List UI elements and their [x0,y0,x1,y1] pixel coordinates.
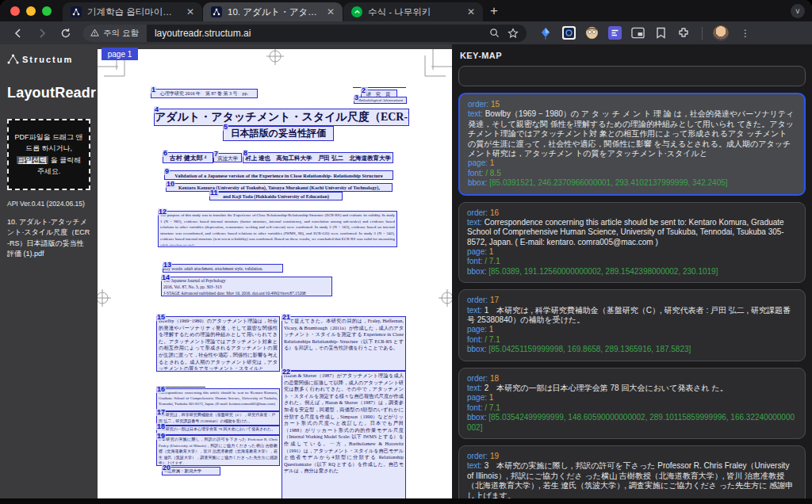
tab-title: 10. アダルト・アタッチメント・スタ [228,6,320,18]
dropzone-text: PDF파일을 드래그 앤 드롭 하시거나, [14,133,82,152]
ocr-box-5-subtitle[interactable]: 5日本語版の妥当性評価 1,2 [223,126,334,141]
security-warning-badge[interactable]: 주의 요함 [82,25,147,42]
tab-close-icon[interactable]: ✕ [185,6,196,17]
forward-icon[interactable] [33,24,52,43]
pdf-viewer: page 1 1心理学研究 2016 年 第 87 巻 第 3 号 pp. 30… [98,44,452,498]
brand-name: Structum [22,55,73,64]
window-bottom-edge [0,498,812,504]
keymap-title: KEY-MAP [460,51,806,60]
window-controls [0,0,63,21]
dark-square-extension-icon[interactable] [561,25,576,41]
picture-in-picture-icon[interactable] [630,25,645,41]
bookmark-star-icon[interactable] [508,28,519,39]
ocr-box-4-title[interactable]: 4アダルト・アタッチメント・スタイル尺度（ECR-RS） [154,109,409,126]
ocr-box-14-citation[interactable]: 14The Japanese Journal of Psychology 201… [161,277,332,296]
ocr-box-7[interactable]: 7筑波大学 [213,153,242,162]
ocr-box-12-abstract[interactable]: 12The purpose of this study was to trans… [158,211,397,247]
page-number-badge: page 1 [102,48,138,60]
ocr-box-9[interactable]: 9Validation of a Japanese version of the… [164,170,393,180]
structum-favicon-icon [211,6,222,17]
tab-2-active[interactable]: 10. アダルト・アタッチメント・スタ ✕ [203,2,343,21]
ocr-box-10[interactable]: 10Kentaro Komura (University of Tsukuba)… [166,183,393,192]
close-window-button[interactable] [10,6,20,16]
ocr-box-13-keywords[interactable]: 13Key words: adult attachment, attachmen… [163,264,283,273]
loaded-file-name: 10. アダルト·アタッチメント·スタイル尺度（ECR-RS）日本語版の妥当性評… [7,217,90,260]
pdf-page[interactable]: 1心理学研究 2016 年 第 87 巻 第 3 号 pp. 303−313 2… [98,49,452,498]
reload-icon[interactable] [56,24,75,43]
ocr-box-15[interactable]: 15Bowlby（1969−1980）のアタッチメント理論は，社会的発達やパーソ… [156,316,280,372]
tab-title: 기계학습 옵티마이저 성능 평가.pdf [87,6,179,18]
structum-favicon-icon [71,6,82,17]
browser-toolbar: 주의 요함 layoutreadr.structum.ai [0,21,812,44]
side-panel-bookmark-icon[interactable] [653,25,668,41]
ocr-box-22[interactable]: 22Hazan & Shaver（1987）がアタッチメント理論を成人の恋愛関係… [282,371,406,498]
warning-triangle-icon [90,29,99,37]
tab-close-icon[interactable]: ✕ [325,6,336,17]
keymap-entry-card[interactable]: order: 18 text: 2 本研究の一部は日本心理学会第 78 回大会に… [458,368,806,439]
app-title: LayoutReadr [7,85,90,101]
ocr-box-3[interactable]: 3Methodological Advancement [354,97,407,104]
file-select-link[interactable]: 파일선택 [17,156,48,164]
ocr-box-11[interactable]: 11and Koji Toda (Hokkaido University of … [209,192,343,200]
tab-search-chevron-icon[interactable]: ˅ [791,4,805,18]
keymap-panel: KEY-MAP order: 15 text: Bowlby（1969 − 19… [452,44,812,498]
keymap-entry-card[interactable]: order: 15 text: Bowlby（1969 − 1980）の ア タ… [458,93,806,196]
tab-1[interactable]: 기계학습 옵티마이저 성능 평가.pdf ✕ [63,2,202,21]
toolbar-divider [702,27,703,40]
new-tab-button[interactable]: + [490,3,498,19]
minimize-window-button[interactable] [26,6,36,16]
ocr-box-6[interactable]: 6古村 健太郎 ⁴ [163,152,213,163]
tab-title: 수식 - 나무위키 [368,6,460,18]
ocr-box-21[interactable]: 21して捉えてきた。本研究の目的は，Fraley, Heffernan, Vic… [282,316,406,371]
ocr-box-16[interactable]: 16Correspondence concerning this article… [156,388,280,411]
maximize-window-button[interactable] [42,6,52,16]
structum-logo-icon [7,54,19,64]
pdf-dropzone[interactable]: PDF파일을 드래그 앤 드롭 하시거나, 파일선택 을 클릭해 주세요. [7,119,90,190]
ocr-box-20[interactable]: 204 現所属：新潟大学 [162,467,220,475]
menu-kebab-icon[interactable]: ⋮ [741,28,750,39]
ocr-box-18[interactable]: 182 本研究の一部は日本心理学会第 78 回大会において発表された。 [156,426,280,435]
tab-strip: 기계학습 옵티마이저 성능 평가.pdf ✕ 10. アダルト・アタッチメント・… [0,0,812,21]
kite-extension-icon[interactable] [538,25,553,41]
keymap-entry-card[interactable]: order: 16 text: Correspondence concernin… [458,202,806,284]
ocr-box-19[interactable]: 193 本研究の実施に際し，邦訳の許可を下さった Professor R. Ch… [156,435,280,466]
keymap-list: order: 15 text: Bowlby（1969 − 1980）の ア タ… [458,93,806,498]
face-extension-icon[interactable] [584,25,599,41]
extensions-puzzle-icon[interactable] [676,25,691,41]
api-version: API Ver.0.41 (2024.06.15) [7,200,90,208]
ocr-box-1[interactable]: 1心理学研究 2016 年 第 87 巻 第 3 号 pp. 303−313 [151,89,258,98]
keymap-search-input[interactable] [458,66,806,86]
namu-wiki-favicon-icon [351,6,362,17]
purple-notes-extension-icon[interactable] [607,25,622,41]
extension-icons: ⋮ [538,25,750,41]
zoom-search-icon[interactable] [489,28,500,38]
address-bar[interactable]: 주의 요함 layoutreadr.structum.ai [82,25,527,42]
brand: Structum [7,54,90,64]
profile-avatar[interactable] [713,25,729,41]
ocr-box-17[interactable]: 171 本研究は，科学研究費補助金（基盤研究（C），研究代表者：戸田 弘二，研究… [156,411,280,426]
tab-close-icon[interactable]: ✕ [465,6,477,17]
back-icon[interactable] [9,24,28,43]
url-text[interactable]: layoutreadr.structum.ai [147,28,489,39]
browser-window: 기계학습 옵티마이저 성능 평가.pdf ✕ 10. アダルト・アタッチメント・… [0,0,812,504]
ocr-box-8[interactable]: 8村上 達也 高知工科大学 戸田 弘二 北海道教育大学 [243,152,393,163]
keymap-entry-card[interactable]: order: 17 text: 1 本研究は , 科学研究費補助金（基盤研究（C… [458,289,806,361]
sidebar: Structum LayoutReadr PDF파일을 드래그 앤 드롭 하시거… [0,44,98,498]
keymap-entry-card[interactable]: order: 19 text: 3 本研究の実施に際し , 邦訳の許可を下さった… [458,445,806,498]
tab-3[interactable]: 수식 - 나무위키 ✕ [343,2,483,21]
